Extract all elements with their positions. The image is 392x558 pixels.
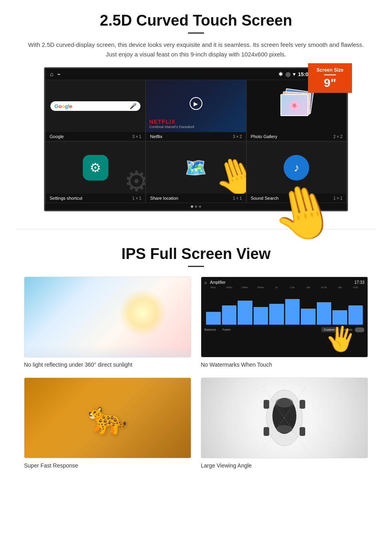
- android-screen: ⌂ ⌁ ✱ ◎ ▾ 15:06 ⊡ ◁) ⊠ ▭: [44, 67, 348, 211]
- google-cell-inner: Google 🎤: [46, 80, 145, 132]
- badge-label: Screen Size: [311, 67, 349, 73]
- google-logo: Google: [54, 103, 72, 109]
- google-mic-icon[interactable]: 🎤: [130, 103, 136, 109]
- svg-point-3: [276, 425, 292, 433]
- amplifier-title: Amplifier: [210, 280, 226, 285]
- svg-rect-7: [300, 427, 305, 436]
- feature-no-watermarks: ⌂ Amplifier 17:33 60hz 100hz 200hz 500hz…: [201, 277, 368, 368]
- svg-point-2: [276, 398, 293, 407]
- settings-app-cell[interactable]: ⚙ ⚙ Settings shortcut 1 × 1: [45, 141, 146, 203]
- home-icon-eq: ⌂: [204, 280, 207, 285]
- freq-sub: SUB: [348, 286, 363, 289]
- sound-cell-inner: ♪: [247, 142, 346, 194]
- settings-app-label: Settings shortcut: [50, 196, 82, 201]
- sun-glow: [119, 289, 167, 337]
- svg-rect-5: [300, 400, 305, 409]
- gallery-grid-size: 2 × 2: [333, 134, 342, 139]
- google-app-label: Google: [50, 134, 64, 139]
- title-divider: [188, 32, 204, 34]
- car-top-view-svg: [260, 386, 308, 450]
- netflix-label-row: Netflix 3 × 2: [146, 132, 246, 141]
- google-app-cell[interactable]: Google 🎤 Google 3 × 1: [45, 80, 146, 141]
- location-icon: ◎: [286, 71, 290, 77]
- eq-balance-label: Balance: [204, 328, 216, 331]
- eq-time: 17:33: [354, 280, 364, 285]
- eq-bar-9[interactable]: [332, 310, 347, 325]
- nav-dot-1: [191, 205, 193, 208]
- netflix-logo: NETFLIX: [149, 118, 175, 125]
- flower-icon: 🌸: [288, 100, 300, 111]
- freq-12k5: 12.5k: [317, 286, 332, 289]
- section1-description: With 2.5D curved-display screen, this de…: [24, 40, 368, 59]
- eq-bar-2[interactable]: [222, 305, 237, 325]
- eq-bar-8[interactable]: [317, 302, 332, 325]
- netflix-play-button[interactable]: ▶: [190, 97, 202, 110]
- eq-bar-10[interactable]: [348, 305, 363, 325]
- google-search-bar[interactable]: Google 🎤: [50, 101, 140, 111]
- car-top-image: [201, 378, 368, 458]
- eq-bar-1[interactable]: [206, 312, 221, 325]
- sound-search-app-cell[interactable]: ♪ Sound Search 1 × 1: [246, 141, 347, 203]
- eq-bar-4[interactable]: [254, 307, 268, 325]
- eq-bar-5[interactable]: [269, 304, 284, 325]
- cheetah-overlay: [24, 378, 191, 458]
- section-ips-fullscreen: IPS Full Screen View No light reflecting…: [0, 237, 392, 481]
- feature-image-sky: [24, 277, 191, 357]
- netflix-grid-size: 3 × 2: [233, 134, 242, 139]
- section2-divider: [188, 266, 204, 267]
- feature-fast-response: 🐆 Super Fast Response: [24, 377, 191, 469]
- usb-icon: ⌁: [57, 71, 60, 77]
- feature-label-no-light: No light reflecting under 360° direct su…: [24, 361, 191, 368]
- bg-circles: ⚙: [124, 165, 146, 198]
- device-mockup: Screen Size 9" ⌂ ⌁ ✱ ◎ ▾ 15:06 ⊡ ◁) ⊠: [44, 67, 348, 211]
- nav-dot-2: [195, 205, 197, 208]
- netflix-subtitle: Continue Marvel's Daredevil: [149, 125, 194, 129]
- feature-grid: No light reflecting under 360° direct su…: [24, 277, 368, 469]
- photo-stack: 🌸: [278, 88, 314, 124]
- eq-bar-7[interactable]: [301, 309, 316, 325]
- eq-bar-3[interactable]: [238, 301, 252, 325]
- freq-1k: 1k: [269, 286, 284, 289]
- sound-icon-wrap: ♪: [284, 155, 309, 181]
- feature-no-light: No light reflecting under 360° direct su…: [24, 277, 191, 368]
- share-app-label: Share location: [150, 196, 178, 201]
- eq-bars: [204, 293, 364, 325]
- eq-fader-label: Fader: [222, 328, 231, 331]
- freq-2k5: 2.5k: [285, 286, 300, 289]
- photo-card-3: 🌸: [280, 94, 308, 116]
- bottom-nav-dots: [45, 203, 347, 210]
- hand-touch-eq-icon: 🖐: [323, 322, 358, 355]
- eq-bar-6[interactable]: [285, 299, 300, 325]
- wifi-icon: ▾: [293, 71, 296, 77]
- home-icon[interactable]: ⌂: [50, 71, 53, 77]
- app-grid-row2: ⚙ ⚙ Settings shortcut 1 × 1 🗺️: [45, 141, 347, 203]
- app-grid-row1: Google 🎤 Google 3 × 1 ▶ NETFLIX: [45, 80, 347, 141]
- share-location-app-cell[interactable]: 🗺️ 🤚 Share location 1 × 1: [146, 141, 246, 203]
- feature-image-car: [201, 377, 368, 458]
- gallery-label-row: Photo Gallery 2 × 2: [247, 132, 346, 141]
- freq-15k: 15k: [332, 286, 347, 289]
- sky-image: [24, 277, 191, 357]
- maps-icon-wrap: 🗺️: [183, 155, 209, 181]
- feature-viewing-angle: Large Viewing Angle: [201, 377, 368, 469]
- sky-gradient-bottom: [24, 345, 191, 357]
- badge-divider: [324, 74, 336, 75]
- sound-label-row: Sound Search 1 × 1: [247, 194, 346, 203]
- freq-60hz: 60hz: [206, 286, 221, 289]
- music-note-icon: ♪: [294, 161, 299, 174]
- section1-title: 2.5D Curved Touch Screen: [24, 12, 368, 29]
- settings-icon-wrap: ⚙: [83, 155, 108, 181]
- freq-100hz: 100hz: [222, 286, 237, 289]
- bluetooth-icon: ✱: [278, 71, 283, 77]
- google-grid-size: 3 × 1: [132, 134, 142, 139]
- netflix-app-label: Netflix: [150, 134, 162, 139]
- eq-header: ⌂ Amplifier 17:33: [204, 280, 364, 285]
- freq-200hz: 200hz: [238, 286, 252, 289]
- feature-label-fast: Super Fast Response: [24, 462, 191, 469]
- svg-rect-4: [264, 400, 269, 409]
- maps-icon: 🗺️: [185, 157, 207, 178]
- freq-500hz: 500hz: [254, 286, 268, 289]
- gear-icon: ⚙: [90, 160, 101, 175]
- netflix-app-cell[interactable]: ▶ NETFLIX Continue Marvel's Daredevil Ne…: [146, 80, 246, 141]
- badge-size: 9": [311, 77, 349, 89]
